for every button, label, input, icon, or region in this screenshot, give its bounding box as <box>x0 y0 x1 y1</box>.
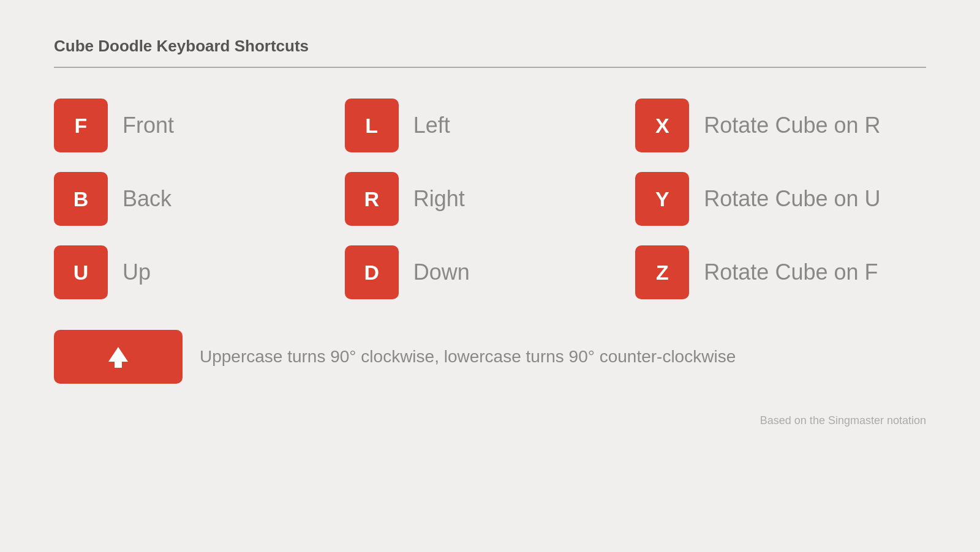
shortcut-item-f: F Front <box>54 99 345 152</box>
key-badge-z: Z <box>635 245 689 299</box>
shortcut-item-l: L Left <box>345 99 636 152</box>
shortcut-item-y: Y Rotate Cube on U <box>635 172 926 226</box>
shift-key-badge <box>54 330 183 384</box>
key-letter-x: X <box>655 114 669 138</box>
key-label-front: Front <box>123 113 174 138</box>
key-label-rotatex: Rotate Cube on R <box>704 113 880 138</box>
note-row: Uppercase turns 90° clockwise, lowercase… <box>54 330 926 384</box>
shortcut-item-d: D Down <box>345 245 636 299</box>
svg-marker-0 <box>108 347 128 362</box>
shortcut-item-u: U Up <box>54 245 345 299</box>
key-badge-y: Y <box>635 172 689 226</box>
key-letter-f: F <box>75 114 88 138</box>
footer-text: Based on the Singmaster notation <box>760 414 926 427</box>
page-title: Cube Doodle Keyboard Shortcuts <box>54 37 926 56</box>
key-badge-l: L <box>345 99 399 152</box>
arrow-up-icon <box>106 345 130 369</box>
key-badge-u: U <box>54 245 108 299</box>
shortcut-item-z: Z Rotate Cube on F <box>635 245 926 299</box>
key-label-up: Up <box>123 259 151 285</box>
key-letter-l: L <box>365 114 378 138</box>
key-label-back: Back <box>123 186 172 212</box>
shortcut-item-x: X Rotate Cube on R <box>635 99 926 152</box>
key-badge-b: B <box>54 172 108 226</box>
shortcut-item-b: B Back <box>54 172 345 226</box>
key-badge-f: F <box>54 99 108 152</box>
key-badge-x: X <box>635 99 689 152</box>
key-letter-u: U <box>74 261 89 285</box>
key-letter-b: B <box>74 187 89 211</box>
key-label-rotatey: Rotate Cube on U <box>704 186 880 212</box>
shortcuts-grid: F Front L Left X Rotate Cube on R B Back… <box>54 99 926 299</box>
note-text: Uppercase turns 90° clockwise, lowercase… <box>200 347 736 367</box>
key-letter-d: D <box>364 261 379 285</box>
key-label-rotatez: Rotate Cube on F <box>704 259 878 285</box>
key-badge-d: D <box>345 245 399 299</box>
svg-rect-1 <box>115 362 122 368</box>
footer: Based on the Singmaster notation <box>54 402 926 427</box>
shortcut-item-r: R Right <box>345 172 636 226</box>
divider <box>54 67 926 68</box>
key-label-right: Right <box>413 186 465 212</box>
key-badge-r: R <box>345 172 399 226</box>
key-letter-y: Y <box>655 187 669 211</box>
key-label-left: Left <box>413 113 450 138</box>
key-letter-z: Z <box>656 261 669 285</box>
page-container: Cube Doodle Keyboard Shortcuts F Front L… <box>0 0 980 452</box>
key-letter-r: R <box>364 187 379 211</box>
key-label-down: Down <box>413 259 470 285</box>
